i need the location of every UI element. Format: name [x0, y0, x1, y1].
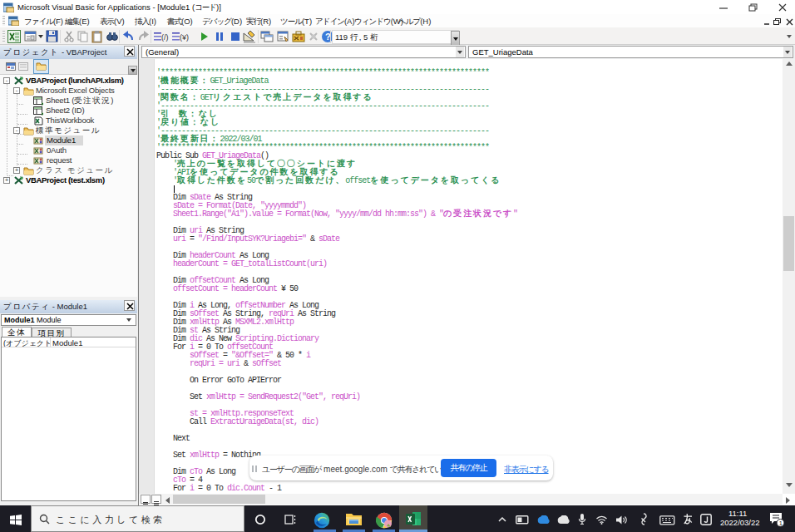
svg-text:1: 1: [779, 520, 783, 527]
